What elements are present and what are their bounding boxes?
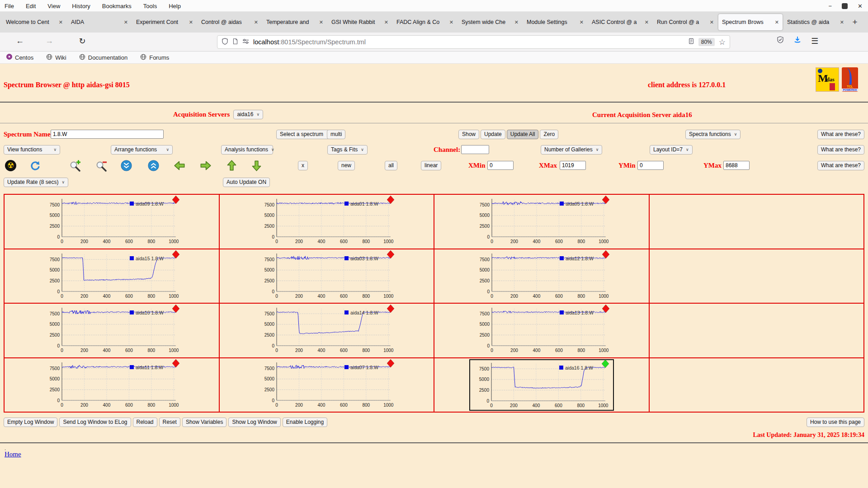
spectrum-plot-aida10[interactable]: 025005000750002004006008001000aida10 1.8… — [42, 306, 182, 355]
status-diamond-icon[interactable] — [172, 305, 179, 313]
spectrum-plot-aida07[interactable]: 025005000750002004006008001000aida07 1.8… — [256, 361, 396, 409]
zoom-level-badge[interactable]: 80% — [698, 38, 715, 46]
shield-icon[interactable] — [222, 38, 228, 47]
radiation-icon[interactable]: ☢ — [5, 160, 17, 172]
permissions-icon[interactable] — [242, 38, 249, 47]
zero-button[interactable]: Zero — [540, 130, 558, 139]
x-button[interactable]: x — [298, 161, 308, 170]
multi-button[interactable]: multi — [327, 130, 345, 139]
close-button[interactable]: ✕ — [858, 3, 863, 9]
browser-tab[interactable]: Spectrum Brows✕ — [718, 14, 783, 30]
browser-tab[interactable]: Run Control @ a✕ — [653, 14, 717, 30]
spectrum-name-input[interactable] — [51, 130, 164, 139]
browser-tab[interactable]: Module Settings✕ — [523, 14, 587, 30]
arrow-up-icon[interactable] — [226, 160, 238, 172]
menu-help[interactable]: Help — [169, 3, 181, 9]
spectra-functions-dropdown[interactable]: Spectra functions∨ — [685, 130, 741, 139]
tags-fits-dropdown[interactable]: Tags & Fits∨ — [327, 145, 368, 155]
status-diamond-icon[interactable] — [387, 196, 394, 204]
auto-update-button[interactable]: Auto Update ON — [223, 178, 270, 187]
chart-aida14[interactable]: 025005000750002004006008001000aida14 1.8… — [256, 306, 396, 355]
browser-tab[interactable]: Control @ aidas✕ — [198, 14, 262, 30]
chart-aida12[interactable]: 025005000750002004006008001000aida12 1.8… — [472, 252, 612, 300]
reset-button[interactable]: Reset — [159, 418, 180, 427]
new-button[interactable]: new — [338, 161, 355, 170]
browser-tab[interactable]: GSI White Rabbit✕ — [328, 14, 392, 30]
tab-close-icon[interactable]: ✕ — [124, 19, 128, 25]
menu-file[interactable]: File — [5, 3, 14, 9]
channel-input[interactable] — [461, 145, 489, 154]
tab-close-icon[interactable]: ✕ — [319, 19, 323, 25]
tab-close-icon[interactable]: ✕ — [254, 19, 258, 25]
spectrum-plot-aida13[interactable]: 025005000750002004006008001000aida13 1.8… — [472, 306, 612, 355]
browser-tab[interactable]: FADC Align & Co✕ — [393, 14, 457, 30]
back-icon[interactable]: ← — [14, 36, 26, 46]
tab-close-icon[interactable]: ✕ — [449, 19, 453, 25]
zoom-in-icon[interactable] — [69, 160, 81, 172]
collapse-icon[interactable] — [120, 160, 132, 172]
all-button[interactable]: all — [385, 161, 397, 170]
status-diamond-icon[interactable] — [172, 359, 179, 367]
ymax-input[interactable] — [723, 161, 750, 170]
update-rate-dropdown[interactable]: Update Rate (8 secs)∨ — [4, 178, 68, 187]
spectrum-plot-aida09[interactable]: 025005000750002004006008001000aida09 1.8… — [42, 197, 182, 246]
enable-logging-button[interactable]: Enable Logging — [283, 418, 327, 427]
update-all-button[interactable]: Update All — [507, 130, 539, 139]
browser-tab[interactable]: Temperature and✕ — [263, 14, 327, 30]
bookmark-wiki[interactable]: Wiki — [46, 54, 66, 61]
spectrum-plot-aida03[interactable]: 025005000750002004006008001000aida03 1.8… — [256, 252, 396, 300]
chart-aida05[interactable]: 025005000750002004006008001000aida05 1.8… — [472, 197, 612, 246]
chart-aida09[interactable]: 025005000750002004006008001000aida09 1.8… — [42, 197, 182, 246]
spectrum-plot-aida15[interactable]: 025005000750002004006008001000aida15 1.8… — [42, 252, 182, 300]
menu-history[interactable]: History — [72, 3, 90, 9]
linear-button[interactable]: linear — [421, 161, 441, 170]
what-are-these-button[interactable]: What are these? — [817, 145, 864, 155]
select-spectrum-dropdown[interactable]: Select a spectrum∨ — [276, 130, 333, 139]
layout-id-dropdown[interactable]: Layout ID=7∨ — [650, 145, 693, 155]
browser-tab[interactable]: Statistics @ aida✕ — [783, 14, 848, 30]
spectrum-plot-aida11[interactable]: 025005000750002004006008001000aida11 1.8… — [42, 361, 182, 409]
refresh-icon[interactable] — [29, 160, 41, 172]
bookmark-centos[interactable]: Centos — [6, 54, 33, 61]
expand-icon[interactable] — [147, 160, 160, 172]
chart-aida16[interactable]: 025005000750002004006008001000aida16 1.8… — [469, 359, 614, 411]
acquisition-server-select[interactable]: aida16∨ — [233, 110, 263, 119]
bookmark-forums[interactable]: Forums — [140, 54, 169, 61]
tab-close-icon[interactable]: ✕ — [580, 19, 584, 25]
chart-aida10[interactable]: 025005000750002004006008001000aida10 1.8… — [42, 306, 182, 355]
show-variables-button[interactable]: Show Variables — [182, 418, 227, 427]
browser-tab[interactable]: Welcome to Cent✕ — [2, 14, 66, 30]
browser-tab[interactable]: System wide Che✕ — [458, 14, 522, 30]
tab-close-icon[interactable]: ✕ — [775, 19, 779, 25]
maximize-button[interactable] — [842, 3, 848, 9]
chart-aida07[interactable]: 025005000750002004006008001000aida07 1.8… — [256, 361, 396, 409]
url-text[interactable]: localhost:8015/Spectrum/Spectrum.tml — [253, 38, 684, 46]
spectrum-plot-aida16[interactable]: 025005000750002004006008001000aida16 1.8… — [471, 361, 611, 410]
status-diamond-icon[interactable] — [602, 250, 609, 258]
chart-aida01[interactable]: 025005000750002004006008001000aida01 1.8… — [256, 197, 396, 246]
xmax-input[interactable] — [560, 161, 586, 170]
tab-close-icon[interactable]: ✕ — [840, 19, 844, 25]
update-button[interactable]: Update — [481, 130, 505, 139]
status-diamond-icon[interactable] — [172, 250, 179, 258]
analysis-functions-dropdown[interactable]: Analysis functions∨ — [221, 145, 273, 155]
menu-bookmarks[interactable]: Bookmarks — [102, 3, 132, 9]
empty-log-window-button[interactable]: Empty Log Window — [4, 418, 57, 427]
tab-close-icon[interactable]: ✕ — [59, 19, 63, 25]
bookmark-documentation[interactable]: Documentation — [79, 54, 127, 61]
browser-tab[interactable]: ASIC Control @ a✕ — [588, 14, 652, 30]
home-link[interactable]: Home — [5, 450, 21, 458]
reload-icon[interactable]: ↻ — [76, 36, 89, 46]
reload-button[interactable]: Reload — [133, 418, 157, 427]
reader-mode-icon[interactable] — [688, 38, 694, 47]
status-diamond-icon[interactable] — [387, 250, 394, 258]
how-to-use-button[interactable]: How to use this page — [807, 418, 864, 427]
status-diamond-icon[interactable] — [602, 305, 609, 313]
show-log-window-button[interactable]: Show Log Window — [228, 418, 280, 427]
chart-aida13[interactable]: 025005000750002004006008001000aida13 1.8… — [472, 306, 612, 355]
page-info-icon[interactable] — [232, 38, 238, 47]
tab-close-icon[interactable]: ✕ — [189, 19, 193, 25]
tab-close-icon[interactable]: ✕ — [384, 19, 388, 25]
bookmark-star-icon[interactable]: ☆ — [719, 38, 726, 47]
spectrum-plot-aida05[interactable]: 025005000750002004006008001000aida05 1.8… — [472, 197, 612, 246]
